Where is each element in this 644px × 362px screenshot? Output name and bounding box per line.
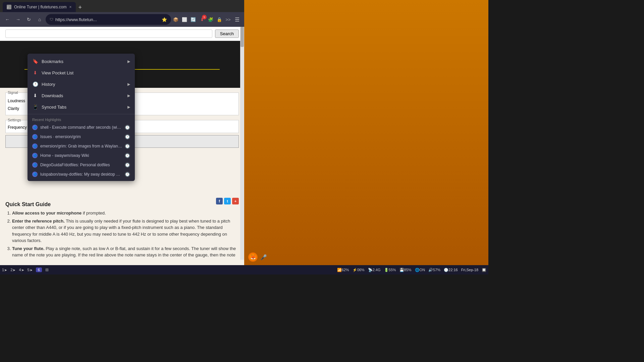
- tab-favicon: ♪: [7, 5, 11, 9]
- workspace-icon[interactable]: ⊞: [45, 267, 49, 272]
- settings-legend: Settings: [8, 118, 21, 122]
- step-1-bold: Allow access to your microphone: [12, 210, 82, 216]
- pocket-icon[interactable]: ⬇ 5: [199, 16, 205, 23]
- site-search-input[interactable]: [5, 29, 212, 38]
- recent-item-1-icon: 🔵: [32, 134, 38, 139]
- recent-item-3-icon: 🔵: [32, 153, 38, 158]
- shield-icon[interactable]: 🔒: [216, 16, 223, 23]
- taskbar-item-4[interactable]: 4:▸: [19, 268, 24, 272]
- volume-status: 🔊57%: [428, 268, 440, 272]
- synced-tabs-label: Synced Tabs: [42, 105, 124, 110]
- tab-title: Online Tuner | flutetunes.com: [14, 5, 67, 9]
- clarity-label: Clarity: [8, 106, 28, 111]
- site-search-button[interactable]: Search: [215, 29, 239, 38]
- history-arrow-icon: ▶: [127, 82, 130, 86]
- step-3-rest: Play a single note, such as low A or B-f…: [12, 246, 236, 260]
- network-status: 📡2.4G: [368, 268, 381, 272]
- date: Fri,Sep-18: [461, 268, 478, 272]
- network-on-status: 🌐ON: [415, 268, 425, 272]
- battery-status: 🔋55%: [384, 268, 396, 272]
- history-icon: 🕐: [32, 81, 38, 87]
- sync-icon[interactable]: 🔄: [190, 16, 197, 23]
- terminal-icon[interactable]: 🔲: [482, 268, 486, 272]
- cpu-status: ⚡06%: [353, 268, 365, 272]
- taskbar-item-1[interactable]: 1:▸: [2, 268, 7, 272]
- extensions-icon[interactable]: 🧩: [207, 16, 214, 23]
- quick-start-steps: Allow access to your microphone if promp…: [5, 210, 239, 260]
- tab-overview-icon[interactable]: ⬜: [181, 16, 188, 23]
- history-label: History: [42, 82, 124, 87]
- overflow-icon[interactable]: >>: [225, 16, 231, 23]
- recent-item-5-icon: 🔵: [32, 172, 38, 177]
- right-panel: [244, 0, 488, 275]
- floating-icons: 🦊 🎤: [248, 252, 267, 262]
- recent-item-2[interactable]: 🔵 emersion/grim: Grab images from a Wayl…: [28, 141, 135, 151]
- tab-bar: ♪ Online Tuner | flutetunes.com × +: [0, 0, 244, 12]
- menu-item-downloads[interactable]: ⬇ Downloads ▶: [28, 90, 135, 101]
- recent-item-1-time: 🕐: [125, 134, 130, 139]
- lock-icon: 🛡: [50, 17, 53, 21]
- pocket-icon: ⬇: [32, 70, 38, 76]
- downloads-label: Downloads: [42, 93, 124, 98]
- downloads-arrow-icon: ▶: [127, 94, 130, 98]
- active-workspace-button[interactable]: 6: [36, 267, 42, 272]
- recent-item-0[interactable]: 🔵 shell - Execute command after seconds …: [28, 123, 135, 132]
- bookmarks-label: Bookmarks: [42, 59, 124, 64]
- menu-item-history[interactable]: 🕐 History ▶: [28, 78, 135, 90]
- plus-share-button[interactable]: +: [232, 198, 239, 204]
- recent-highlights-label: Recent Highlights: [28, 116, 135, 123]
- menu-item-pocket[interactable]: ⬇ View Pocket List: [28, 67, 135, 78]
- vertical-scrollbar[interactable]: [240, 27, 244, 260]
- address-bar[interactable]: [55, 17, 160, 22]
- firefox-menu-button[interactable]: ☰: [233, 15, 241, 24]
- recent-item-1-text: Issues · emersion/grim: [40, 134, 122, 139]
- loudness-label: Loudness: [8, 99, 28, 103]
- home-button[interactable]: ⌂: [35, 15, 44, 24]
- quick-start-header: Quick Start Guide f t +: [5, 198, 239, 210]
- active-tab[interactable]: ♪ Online Tuner | flutetunes.com ×: [3, 2, 76, 12]
- recent-item-2-text: emersion/grim: Grab images from a Waylan…: [40, 144, 122, 148]
- step-2-bold: Enter the reference pitch.: [12, 219, 65, 224]
- menu-item-bookmarks[interactable]: 🔖 Bookmarks ▶: [28, 56, 135, 67]
- back-button[interactable]: ←: [3, 15, 12, 24]
- recent-item-0-icon: 🔵: [32, 125, 38, 130]
- share-icons: f t +: [216, 198, 239, 204]
- recent-item-2-icon: 🔵: [32, 143, 38, 149]
- recent-item-4-time: 🕐: [125, 162, 130, 168]
- recent-item-5[interactable]: 🔵 luispabon/sway-dotfiles: My sway deskt…: [28, 170, 135, 179]
- facebook-share-button[interactable]: f: [216, 198, 223, 204]
- clock: 🕥22:16: [444, 268, 458, 272]
- container-icon[interactable]: 📦: [172, 16, 179, 23]
- forward-button[interactable]: →: [13, 15, 23, 24]
- downloads-icon: ⬇: [32, 93, 38, 99]
- firefox-icon: 🦊: [248, 252, 258, 262]
- bookmark-star-icon[interactable]: ⭐: [162, 17, 167, 22]
- view-pocket-label: View Pocket List: [42, 70, 130, 75]
- quick-start-title: Quick Start Guide: [5, 200, 51, 208]
- site-search-bar: Search: [0, 27, 244, 41]
- recent-item-5-time: 🕐: [125, 172, 130, 177]
- recent-item-1[interactable]: 🔵 Issues · emersion/grim 🕐: [28, 132, 135, 141]
- scrollbar-thumb[interactable]: [240, 27, 244, 47]
- new-tab-button[interactable]: +: [76, 4, 84, 11]
- recent-item-4[interactable]: 🔵 DiegoGuidaF/dotfiles: Personal dotfile…: [28, 160, 135, 170]
- step-1: Allow access to your microphone if promp…: [12, 210, 239, 217]
- disk-status: 💾85%: [399, 268, 412, 272]
- recent-item-3-text: Home - swaywm/sway Wiki: [40, 153, 122, 158]
- browser-window: ♪ Online Tuner | flutetunes.com × + ← → …: [0, 0, 244, 275]
- recent-item-3[interactable]: 🔵 Home - swaywm/sway Wiki 🕐: [28, 151, 135, 160]
- refresh-button[interactable]: ↻: [24, 15, 34, 24]
- synced-tabs-arrow-icon: ▶: [127, 105, 130, 109]
- step-3: Tune your flute. Play a single note, suc…: [12, 245, 239, 260]
- address-bar-container[interactable]: 🛡 ⭐: [46, 14, 171, 25]
- microphone-icon: 🎤: [260, 254, 267, 260]
- recent-item-4-icon: 🔵: [32, 162, 38, 168]
- navigation-bar: ← → ↻ ⌂ 🛡 ⭐ 📦 ⬜ 🔄 ⬇ 5 🧩 🔒 >> ☰: [0, 12, 244, 27]
- twitter-share-button[interactable]: t: [224, 198, 231, 204]
- tab-close-button[interactable]: ×: [69, 5, 72, 9]
- taskbar-item-2[interactable]: 2:▸: [10, 268, 15, 272]
- taskbar-item-5[interactable]: 5:▸: [28, 268, 33, 272]
- menu-divider-1: [28, 114, 135, 114]
- menu-item-synced-tabs[interactable]: 📱 Synced Tabs ▶: [28, 101, 135, 113]
- wifi-status: 📶62%: [337, 268, 349, 272]
